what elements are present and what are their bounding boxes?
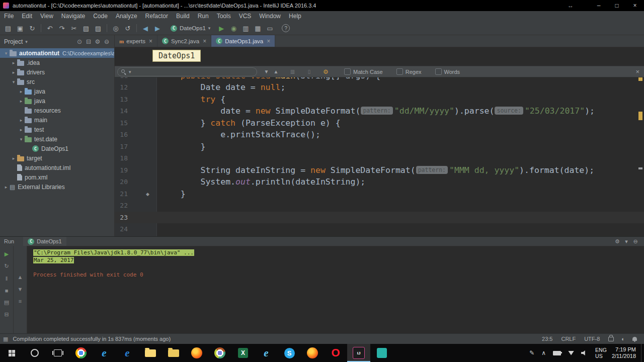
tree-expand-icon[interactable]: ▸ xyxy=(11,60,17,65)
search-input[interactable] xyxy=(133,68,253,75)
close-icon[interactable]: × xyxy=(626,0,644,11)
taskbar-app-chrome[interactable] xyxy=(69,344,93,362)
scrollbar-caret-marker[interactable] xyxy=(638,167,642,169)
tree-item--idea[interactable]: ▸.idea xyxy=(0,58,114,67)
minimize-icon[interactable]: – xyxy=(590,0,608,11)
line-number[interactable]: 21 xyxy=(115,188,128,200)
tab-dateops1-java[interactable]: CDateOps1.java× xyxy=(211,35,275,47)
paste-icon[interactable]: ▨ xyxy=(92,23,104,33)
rerun-icon[interactable]: ↻ xyxy=(2,262,11,270)
run-tab[interactable]: C DateOps1 xyxy=(23,237,66,246)
softwrap-icon[interactable]: ≡ xyxy=(16,297,25,305)
line-number[interactable]: 13 xyxy=(115,94,128,106)
tree-item-src[interactable]: ▾src xyxy=(0,77,114,86)
run-icon[interactable]: ▶ xyxy=(2,250,11,258)
language-indicator[interactable]: ENG US xyxy=(595,347,607,359)
option-match-case[interactable]: Match Case xyxy=(344,68,383,75)
lock-icon[interactable] xyxy=(608,337,614,341)
collapse-icon[interactable]: ⊟ xyxy=(84,37,93,46)
code-line-22[interactable]: 22 xyxy=(115,200,644,212)
project-panel-title[interactable]: Project xyxy=(4,38,23,45)
selection-icon[interactable]: ▥ xyxy=(288,68,297,76)
hide-icon[interactable]: ⊖ xyxy=(631,237,640,245)
switch-icon[interactable]: ↔ xyxy=(561,0,580,11)
gear-icon[interactable]: ⚙ xyxy=(613,237,622,245)
code-line-20[interactable]: 20 System.out.println(dateInString); xyxy=(115,176,644,188)
tree-item-resources[interactable]: resources xyxy=(0,106,114,115)
save-icon[interactable]: ▣ xyxy=(14,23,26,33)
editor[interactable]: DateOps1 ▾ ▼▲▥▯⚙ Match CaseRegexWords × … xyxy=(115,47,644,236)
menu-code[interactable]: Code xyxy=(89,11,112,22)
filter-icon[interactable]: ▯ xyxy=(304,68,314,76)
tree-item-pom-xml[interactable]: pom.xml xyxy=(0,172,114,182)
tree-item-main[interactable]: ▸main xyxy=(0,115,114,125)
open-icon[interactable]: ▤ xyxy=(2,23,14,33)
find-icon[interactable]: ◎ xyxy=(110,23,122,33)
tree-item-target[interactable]: ▸target xyxy=(0,153,114,163)
chevron-down-icon[interactable]: ▾ xyxy=(25,39,28,44)
hide-icon[interactable]: ⊖ xyxy=(102,37,111,46)
clock[interactable]: 7:19 PM 2/11/2018 xyxy=(612,346,636,359)
coverage-icon[interactable]: ▥ xyxy=(239,23,252,33)
locate-icon[interactable]: ⊙ xyxy=(75,37,84,46)
taskbar-app-firefox-2[interactable] xyxy=(301,344,324,362)
menu-build[interactable]: Build xyxy=(172,11,194,22)
wifi-icon[interactable] xyxy=(568,351,574,355)
code-line-12[interactable]: 12 Date date = null; xyxy=(115,81,644,94)
code-line-19[interactable]: 19 String dateInString = new SimpleDateF… xyxy=(115,164,644,176)
tree-expand-icon[interactable]: ▾ xyxy=(18,137,24,142)
code-line-14[interactable]: 14 date = new SimpleDateFormat(pattern:"… xyxy=(115,105,644,117)
tree-item-java[interactable]: ▸java xyxy=(0,96,114,106)
monitor-icon[interactable]: ▦ xyxy=(252,23,264,33)
taskbar-app-internet-explorer-2[interactable]: e xyxy=(255,344,278,362)
taskbar-app-documents-folder[interactable] xyxy=(162,344,185,362)
menu-edit[interactable]: Edit xyxy=(18,11,36,22)
checkbox[interactable] xyxy=(435,68,442,75)
code-line-16[interactable]: 16 e.printStackTrace(); xyxy=(115,129,644,141)
tree-item-test[interactable]: ▸test xyxy=(0,125,114,134)
menu-icon[interactable]: ▤ xyxy=(2,299,11,306)
line-number[interactable]: 20 xyxy=(115,176,128,188)
close-tab-icon[interactable]: × xyxy=(203,38,206,45)
line-ending[interactable]: CRLF xyxy=(561,336,576,342)
taskbar-app-internet-explorer[interactable]: e xyxy=(93,344,116,362)
speaker-icon[interactable] xyxy=(581,350,587,355)
pen-icon[interactable]: ✎ xyxy=(529,349,534,356)
menu-file[interactable]: File xyxy=(0,11,18,22)
next-icon[interactable]: ▼ xyxy=(262,68,271,76)
tree-expand-icon[interactable]: ▸ xyxy=(18,99,24,104)
tab-experts[interactable]: mexperts× xyxy=(115,35,157,47)
maximize-icon[interactable]: □ xyxy=(608,0,626,11)
code-area[interactable]: 11 public static void main(String[] args… xyxy=(115,66,644,236)
code-line-18[interactable]: 18 xyxy=(115,152,644,164)
back-icon[interactable]: ◀ xyxy=(139,23,151,33)
search-field[interactable]: ▾ xyxy=(117,67,257,76)
bell-icon[interactable] xyxy=(632,337,637,341)
code-line-17[interactable]: 17 } xyxy=(115,141,644,153)
scrollbar-marker[interactable] xyxy=(638,112,642,120)
tree-item-java[interactable]: ▸java xyxy=(0,86,114,96)
menu-view[interactable]: View xyxy=(36,11,57,22)
gear-icon[interactable]: ⚙ xyxy=(321,68,331,76)
code-line-13[interactable]: 13 try { xyxy=(115,94,644,106)
menu-tools[interactable]: Tools xyxy=(213,11,235,22)
stop-icon[interactable]: ■ xyxy=(2,287,11,294)
line-number[interactable]: 12 xyxy=(115,81,128,94)
run-console[interactable]: "C:\Program Files\Java\jdk1.8.0_77\bin\j… xyxy=(27,246,644,333)
close-tab-icon[interactable]: × xyxy=(267,38,270,45)
console-view-icon[interactable]: ▭ xyxy=(264,23,276,33)
tree-item-dateops1[interactable]: CDateOps1 xyxy=(0,144,114,153)
line-number[interactable]: 14 xyxy=(115,105,128,117)
theme-icon[interactable]: ◐ xyxy=(621,336,625,342)
history-icon[interactable]: ↺ xyxy=(122,23,134,33)
code-line-24[interactable]: 24 xyxy=(115,223,644,235)
help-icon[interactable]: ? xyxy=(282,24,290,32)
tree-item-test-date[interactable]: ▾test.date xyxy=(0,134,114,144)
prev-icon[interactable]: ▲ xyxy=(271,68,281,76)
tree-expand-icon[interactable]: ▸ xyxy=(11,70,17,75)
code-line-23[interactable]: 23 xyxy=(115,212,644,224)
taskbar-app-intellij-idea[interactable]: IJ xyxy=(347,344,370,362)
menu-help[interactable]: Help xyxy=(285,11,305,22)
menu-vcs[interactable]: VCS xyxy=(235,11,256,22)
toolwindow-switcher-icon[interactable]: ▦ xyxy=(3,336,8,342)
